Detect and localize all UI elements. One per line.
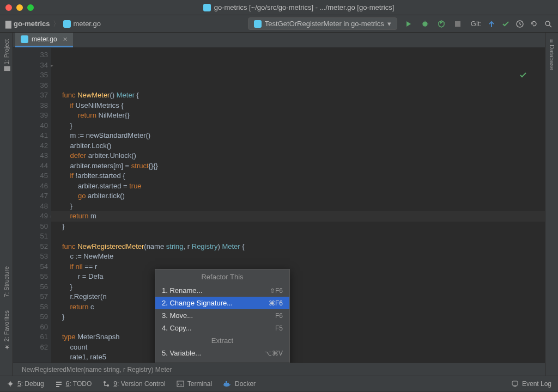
right-tool-strip: ≡Database [545,33,558,376]
vcs-tool-tab[interactable]: 9: Version Control [102,380,165,388]
svg-point-9 [104,381,106,383]
debug-tool-tab[interactable]: 5: Debug [7,380,44,388]
history-button[interactable] [515,20,524,28]
go-file-icon [63,20,71,28]
code-content[interactable]: func NewMeter() Meter { if UseNilMetrics… [51,48,545,363]
gutter[interactable]: 3334▸353637383940414243444546474849▸5051… [13,48,51,363]
navigation-bar: ▇ go-metrics 〉 meter.go TestGetOrRegiste… [0,15,558,33]
svg-rect-13 [226,383,227,384]
svg-rect-15 [226,381,227,383]
folder-icon: ▇ [5,20,11,28]
project-tool-tab[interactable]: ▇1: Project [2,35,11,75]
stop-button[interactable] [453,19,463,29]
popup-title: Refactor This [155,270,289,284]
left-tool-strip: ▇1: Project 7: Structure ★2: Favorites [0,33,13,376]
svg-rect-7 [56,384,62,385]
refactor-item[interactable]: 2. Change Signature...⌘F6 [155,297,289,309]
run-toolbar [404,19,463,29]
svg-rect-12 [224,383,226,384]
code-scroll-area[interactable]: 3334▸353637383940414243444546474849▸5051… [13,48,545,363]
popup-extract-header: Extract [155,334,289,347]
refactor-item[interactable]: 5. Variable...⌥⌘V [155,347,289,359]
code-breadcrumb[interactable]: NewRegisteredMeter(name string, r Regist… [13,363,545,376]
close-tab-button[interactable]: ✕ [63,36,68,43]
commit-button[interactable] [501,20,510,28]
svg-point-5 [9,382,12,385]
refactor-item[interactable]: 3. Move...F6 [155,309,289,322]
svg-rect-16 [512,381,518,385]
refactor-item[interactable]: 1. Rename...⇧F6 [155,284,289,297]
breadcrumb-file[interactable]: meter.go [63,20,101,28]
refactor-item[interactable]: 4. Copy...F5 [155,322,289,334]
go-file-icon [203,4,211,11]
git-label: Git: [471,20,482,28]
docker-tool-tab[interactable]: Docker [223,380,256,388]
database-tool-tab[interactable]: ≡Database [548,35,556,75]
breadcrumb-separator: 〉 [53,19,60,29]
go-test-icon [254,20,262,28]
svg-rect-6 [56,382,62,383]
favorites-tool-tab[interactable]: ★2: Favorites [2,306,11,355]
refactor-this-popup: Refactor This 1. Rename...⇧F62. Change S… [155,269,290,363]
chevron-down-icon: ▾ [387,20,391,28]
svg-rect-14 [227,383,229,384]
svg-rect-8 [56,386,59,387]
close-window-button[interactable] [5,4,12,11]
run-coverage-button[interactable] [436,19,446,29]
go-file-icon [21,35,28,43]
update-project-button[interactable] [487,20,496,28]
revert-button[interactable] [530,20,538,28]
minimize-window-button[interactable] [16,4,23,11]
refactor-item[interactable]: 6. Constant...⌥⌘C [155,359,289,363]
terminal-tool-tab[interactable]: Terminal [177,380,212,388]
svg-point-10 [107,384,109,387]
titlebar: go-metrics [~/go/src/go-metrics] - .../m… [0,0,558,15]
run-configuration-selector[interactable]: TestGetOrRegisterMeter in go-metrics ▾ [248,17,397,30]
vcs-toolbar: Git: [471,20,553,28]
svg-rect-11 [177,381,184,387]
window-controls [5,4,34,11]
svg-point-3 [545,21,550,26]
editor-tab-bar: meter.go ✕ [13,33,545,48]
debug-button[interactable] [420,19,430,29]
editor-area: meter.go ✕ 3334▸353637383940414243444546… [13,33,545,376]
window-title: go-metrics [~/go/src/go-metrics] - .../m… [45,3,553,11]
breadcrumb-project[interactable]: ▇ go-metrics [5,20,50,28]
structure-tool-tab[interactable]: 7: Structure [2,262,11,302]
event-log-tool-tab[interactable]: Event Log [511,380,551,388]
main-area: ▇1: Project 7: Structure ★2: Favorites m… [0,33,558,376]
svg-rect-1 [455,21,460,27]
search-button[interactable] [544,20,553,28]
todo-tool-tab[interactable]: 6: TODO [55,380,92,388]
maximize-window-button[interactable] [27,4,34,11]
bottom-tool-strip: 5: Debug 6: TODO 9: Version Control Term… [0,376,558,391]
breadcrumb: ▇ go-metrics 〉 meter.go [5,19,248,29]
run-button[interactable] [404,19,414,29]
editor-tab-meter[interactable]: meter.go ✕ [15,33,73,47]
